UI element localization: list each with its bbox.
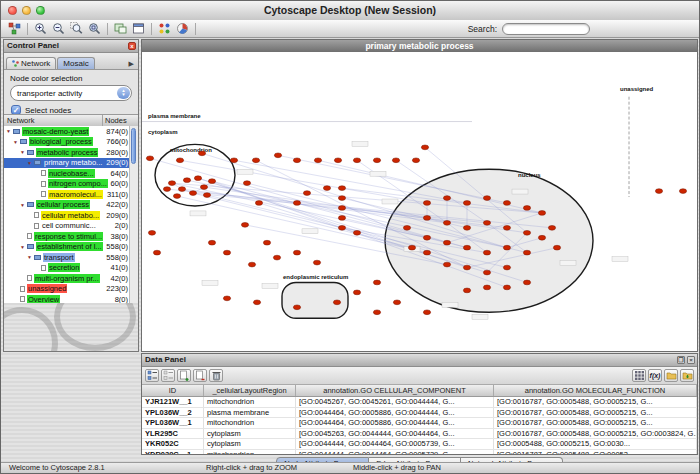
table-row[interactable]: YPL036W__1mitochondrion[GO:0044464, GO:0… [142,418,697,429]
network-node[interactable] [423,250,430,255]
network-node[interactable] [338,206,345,211]
minimize-window-button[interactable] [22,6,31,15]
network-node[interactable] [293,158,300,163]
tree-row-biological-process[interactable]: ▼biological_process766(0) [4,137,130,148]
tree-column-network[interactable]: Network [4,115,103,126]
network-node[interactable] [176,158,183,163]
tree-row-secretion[interactable]: secretion41(0) [4,263,130,274]
table-row[interactable]: YPL036W__2plasma membrane[GO:0044464, GO… [142,408,697,419]
network-node[interactable] [463,225,470,230]
expand-arrow-icon[interactable]: ▼ [6,128,13,134]
tree-row-multi-organism-pr[interactable]: multi-organism pr...42(0) [4,273,130,284]
network-node[interactable] [423,235,430,240]
network-node[interactable] [338,216,345,221]
tab-overflow-arrow-icon[interactable]: ▶ [129,60,137,69]
tree-column-nodes[interactable]: Nodes [103,115,138,126]
column-header[interactable]: ID [142,385,204,396]
new-attribute-icon[interactable] [177,369,191,382]
table-row[interactable]: YDR039C__1mitochondrion[GO:0044444, GO:0… [142,450,697,455]
network-node[interactable] [200,185,207,190]
network-icon[interactable] [6,21,23,36]
unselect-attributes-icon[interactable] [161,369,175,382]
network-node[interactable] [443,262,450,267]
tree-row-metabolic-process[interactable]: ▼metabolic process280(0) [4,147,130,158]
tree-row-macromolecul[interactable]: macromolecul...311(0) [4,189,130,200]
network-node[interactable] [243,181,250,186]
network-node[interactable] [338,196,345,201]
expand-arrow-icon[interactable]: ▼ [27,160,34,166]
network-node[interactable] [178,187,185,192]
network-node[interactable] [146,156,153,161]
expand-arrow-icon[interactable]: ▼ [27,254,34,260]
network-node[interactable] [248,262,255,267]
network-node[interactable] [412,158,419,163]
import-attributes-icon[interactable] [664,369,678,382]
expand-arrow-icon[interactable]: ▼ [20,244,27,250]
matrix-view-icon[interactable] [632,369,646,382]
formula-builder-icon[interactable]: f(x) [648,369,662,382]
network-node[interactable] [230,158,237,163]
network-node[interactable] [203,193,210,198]
network-node[interactable] [263,240,270,245]
tree-row-cellular-process[interactable]: ▼cellular process422(0) [4,200,130,211]
tree-row-nucleobase[interactable]: nucleobase...64(0) [4,168,130,179]
network-node[interactable] [223,250,230,255]
network-node[interactable] [173,194,180,199]
network-node[interactable] [503,265,510,270]
network-node[interactable] [421,145,428,150]
network-node[interactable] [655,189,662,194]
search-input[interactable] [502,23,590,35]
annotation-palette-icon[interactable] [156,21,173,36]
zoom-fit-icon[interactable] [86,21,103,36]
column-header[interactable]: _cellularLayoutRegion [204,385,296,396]
delete-attribute-icon[interactable] [193,369,207,382]
network-node[interactable] [483,196,490,201]
network-node[interactable] [168,181,175,186]
network-node[interactable] [353,230,360,235]
tab-mosaic[interactable]: Mosaic [57,57,94,69]
network-node[interactable] [483,220,490,225]
network-node[interactable] [523,280,530,285]
clear-table-icon[interactable] [209,369,223,382]
detach-view-icon[interactable] [130,21,147,36]
network-node[interactable] [253,300,260,305]
network-node[interactable] [443,240,450,245]
tree-row-response-to-stimul[interactable]: response to stimul...38(0) [4,231,130,242]
network-node[interactable] [679,189,686,194]
overview-window-icon[interactable] [112,21,129,36]
network-node[interactable] [548,225,555,230]
zoom-out-icon[interactable] [50,21,67,36]
network-node[interactable] [463,288,470,293]
network-node[interactable] [443,196,450,201]
zoom-selected-region-icon[interactable] [68,21,85,36]
tab-network[interactable]: Network [6,57,56,69]
tree-row-transport[interactable]: ▼transport558(0) [4,252,130,263]
network-node[interactable] [338,186,345,191]
zoom-in-icon[interactable] [32,21,49,36]
column-header[interactable]: annotation.GO MOLECULAR_FUNCTION [494,385,697,396]
network-node[interactable] [423,310,430,315]
float-panel-icon[interactable]: ❐ [677,356,685,364]
network-node[interactable] [183,178,190,183]
network-node[interactable] [393,300,400,305]
network-node[interactable] [553,245,560,250]
network-node[interactable] [198,151,205,156]
network-node[interactable] [483,270,490,275]
export-attributes-icon[interactable] [680,369,694,382]
network-node[interactable] [353,290,360,295]
network-node[interactable] [523,230,530,235]
network-node[interactable] [423,216,430,221]
tree-scrollbar[interactable] [129,126,138,305]
column-header[interactable]: annotation.GO CELLULAR_COMPONENT [296,385,494,396]
color-attribute-dropdown[interactable]: transporter activity ▲▼ [10,85,132,101]
tree-row-primary-metabo[interactable]: ▼primary metabo...209(0) [4,158,130,169]
vizmapper-icon[interactable] [174,21,191,36]
network-node[interactable] [223,296,230,301]
network-node[interactable] [503,285,510,290]
network-node[interactable] [503,225,510,230]
select-attributes-icon[interactable] [145,369,159,382]
expand-arrow-icon[interactable]: ▼ [20,149,27,155]
network-canvas[interactable]: plasma membrane cytoplasm mitochondrion … [142,52,697,351]
network-node[interactable] [303,191,310,196]
network-node[interactable] [333,300,340,305]
